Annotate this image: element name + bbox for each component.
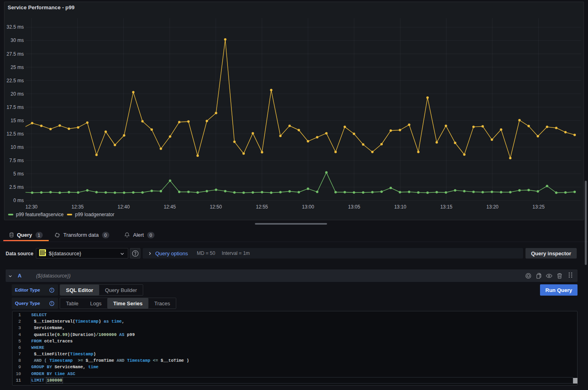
svg-text:13:15: 13:15 (440, 204, 452, 210)
svg-text:12:40: 12:40 (118, 204, 130, 210)
svg-text:32.5 ms: 32.5 ms (6, 24, 24, 30)
svg-text:13:05: 13:05 (348, 204, 360, 210)
svg-text:5 ms: 5 ms (13, 171, 24, 177)
svg-text:13:00: 13:00 (302, 204, 314, 210)
svg-text:22.5 ms: 22.5 ms (6, 78, 24, 83)
svg-text:27.5 ms: 27.5 ms (6, 51, 24, 57)
svg-text:13:25: 13:25 (532, 204, 544, 210)
svg-text:13:20: 13:20 (486, 204, 498, 210)
svg-text:10 ms: 10 ms (10, 144, 24, 150)
svg-text:0 ms: 0 ms (13, 198, 24, 203)
svg-text:15 ms: 15 ms (10, 118, 24, 123)
svg-text:20 ms: 20 ms (10, 91, 24, 97)
svg-text:12:55: 12:55 (256, 204, 268, 210)
svg-text:12:30: 12:30 (25, 204, 38, 210)
svg-text:12:50: 12:50 (210, 204, 222, 210)
svg-text:2.5 ms: 2.5 ms (9, 184, 24, 190)
svg-text:12:45: 12:45 (164, 204, 176, 210)
svg-text:17.5 ms: 17.5 ms (6, 104, 24, 110)
svg-text:7.5 ms: 7.5 ms (9, 158, 24, 163)
svg-text:30 ms: 30 ms (10, 38, 24, 43)
svg-text:25 ms: 25 ms (10, 65, 24, 70)
svg-text:12:35: 12:35 (71, 204, 83, 210)
svg-text:12.5 ms: 12.5 ms (6, 131, 24, 137)
svg-text:13:10: 13:10 (394, 204, 406, 210)
